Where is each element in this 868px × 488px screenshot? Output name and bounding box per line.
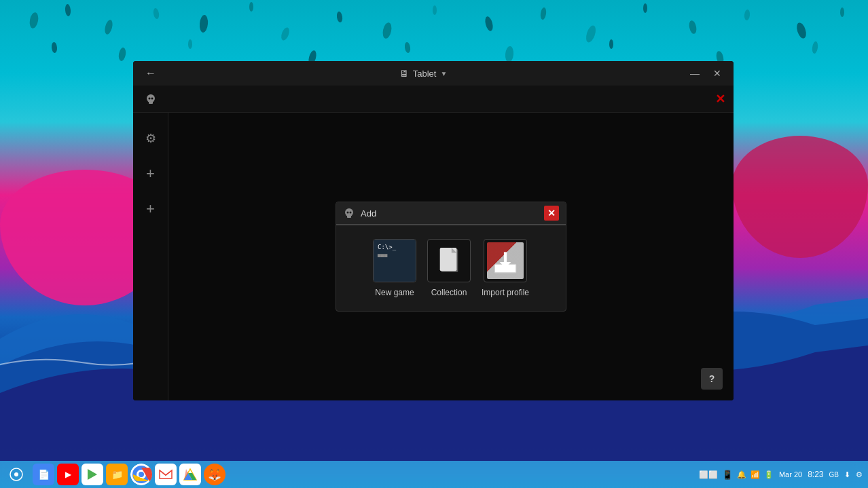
docs-icon: 📄 — [38, 469, 50, 480]
modal-title: Add — [361, 208, 376, 219]
phone-icon[interactable]: 📱 — [722, 470, 733, 480]
window-close-button[interactable]: ✕ — [709, 67, 725, 80]
main-content: ? Add — [168, 113, 734, 400]
import-icon-box — [484, 239, 527, 282]
titlebar-center: 🖥 Tablet ▼ — [399, 68, 448, 79]
sidebar: ⚙ + + — [133, 113, 168, 400]
collection-svg-icon — [436, 245, 462, 276]
svg-point-34 — [350, 212, 352, 214]
taskbar-app-youtube[interactable]: ▶ — [57, 464, 79, 485]
minimize-button[interactable]: — — [686, 67, 704, 80]
modal-app-icon — [343, 207, 355, 219]
svg-rect-28 — [149, 101, 153, 104]
system-icons-group: ⬜⬜ 📱 🔔 📶 🔋 — [699, 470, 774, 480]
taskbar-app-files[interactable]: 📁 — [106, 464, 128, 485]
svg-point-48 — [139, 472, 144, 477]
taskbar-app-misc[interactable]: 🦊 — [204, 464, 225, 485]
svg-point-30 — [151, 97, 153, 99]
modal-title-left: Add — [343, 207, 376, 219]
import-profile-option[interactable]: Import profile — [482, 239, 529, 297]
sidebar-settings-button[interactable]: ⚙ — [139, 126, 163, 151]
titlebar-right: — ✕ — [686, 67, 725, 80]
dropdown-arrow-icon[interactable]: ▼ — [440, 70, 447, 77]
playstore-icon — [86, 468, 98, 481]
taskbar-launcher[interactable] — [5, 464, 27, 485]
svg-point-43 — [14, 472, 18, 476]
modal-body: C:\>_ ▄▄▄ New game — [336, 225, 566, 311]
svg-marker-44 — [88, 469, 97, 480]
down-indicator[interactable]: ⬇ — [844, 470, 850, 479]
taskbar-app-drive[interactable] — [179, 464, 201, 485]
notifications-icon[interactable]: 🔔 — [737, 470, 746, 479]
launcher-icon — [10, 468, 23, 481]
date-display: Mar 20 — [779, 470, 802, 478]
files-icon: 📁 — [111, 469, 123, 480]
gear-icon: ⚙ — [145, 131, 156, 146]
new-game-icon-box: C:\>_ ▄▄▄ — [373, 239, 416, 282]
window-titlebar: ← 🖥 Tablet ▼ — ✕ — [133, 61, 734, 86]
collection-option[interactable]: Collection — [427, 239, 471, 297]
titlebar-left: ← — [141, 66, 160, 81]
plus-icon-2: + — [146, 200, 155, 218]
taskbar-app-chrome[interactable] — [130, 464, 152, 485]
chrome-icon — [130, 464, 152, 485]
import-profile-label: Import profile — [482, 288, 529, 297]
modal-close-button[interactable]: ✕ — [544, 206, 559, 221]
window-toolbar: ✕ — [133, 86, 734, 113]
settings-tray-icon[interactable]: ⚙ — [856, 470, 863, 479]
import-svg-icon — [491, 246, 520, 275]
sidebar-add-button-1[interactable]: + — [139, 162, 163, 186]
battery-icon[interactable]: 🔋 — [764, 470, 774, 479]
window-body: ⚙ + + ? — [133, 113, 734, 400]
toolbar-app-icon[interactable] — [141, 90, 160, 109]
modal-overlay: Add ✕ C:\>_ — [168, 113, 734, 400]
plus-icon-1: + — [146, 165, 155, 183]
new-game-label: New game — [375, 288, 414, 297]
collection-icon-box — [427, 239, 471, 282]
window-title: Tablet — [413, 69, 437, 79]
svg-point-29 — [149, 97, 151, 99]
taskbar-app-gmail[interactable] — [155, 464, 177, 485]
battery-text: GB — [829, 471, 839, 478]
toolbar-close-button[interactable]: ✕ — [715, 92, 725, 107]
taskbar-app-docs[interactable]: 📄 — [33, 464, 54, 485]
misc-app-icon: 🦊 — [208, 468, 221, 481]
modal-titlebar: Add ✕ — [336, 202, 566, 225]
taskbar-system-tray: ⬜⬜ 📱 🔔 📶 🔋 Mar 20 8:23 GB ⬇ ⚙ — [699, 470, 863, 480]
taskbar-apps: 📄 ▶ 📁 — [33, 464, 225, 485]
svg-rect-40 — [504, 252, 507, 263]
collection-label: Collection — [431, 288, 467, 297]
youtube-icon: ▶ — [65, 470, 71, 479]
back-button[interactable]: ← — [141, 66, 160, 81]
drive-icon — [183, 468, 197, 481]
taskbar-app-playstore[interactable] — [82, 464, 103, 485]
new-game-option[interactable]: C:\>_ ▄▄▄ New game — [373, 239, 416, 297]
skull-icon — [145, 93, 157, 105]
app-window: ← 🖥 Tablet ▼ — ✕ ✕ ⚙ — [133, 61, 734, 400]
time-display: 8:23 — [808, 470, 823, 479]
window-manager-icon[interactable]: ⬜⬜ — [699, 470, 718, 479]
svg-rect-32 — [347, 215, 351, 218]
wifi-icon[interactable]: 📶 — [751, 470, 760, 479]
taskbar: 📄 ▶ 📁 — [0, 461, 868, 488]
gmail-icon — [159, 469, 173, 480]
svg-point-33 — [347, 212, 349, 214]
monitor-icon: 🖥 — [399, 68, 409, 79]
sidebar-add-button-2[interactable]: + — [139, 197, 163, 221]
add-dialog: Add ✕ C:\>_ — [336, 202, 566, 312]
